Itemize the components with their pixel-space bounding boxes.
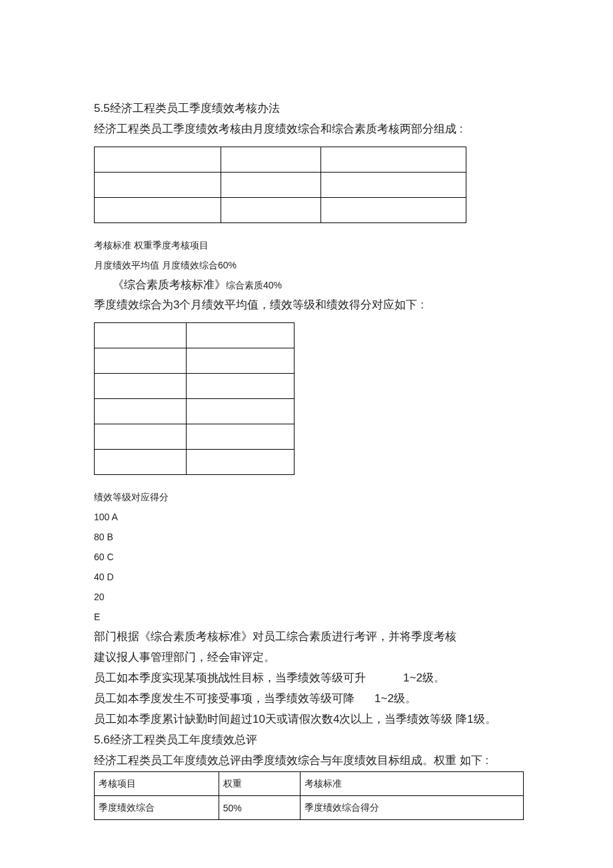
cell: [95, 323, 187, 348]
note-line-2: 月度绩效平均值 月度绩效综合60%: [94, 255, 523, 275]
body-p3a: 员工如本季度实现某项挑战性目标，当季绩效等级可升: [94, 671, 366, 684]
grade-line-6: E: [94, 607, 523, 627]
note-line-3: 《综合素质考核标准》综合素质40%: [94, 275, 523, 295]
cell: [221, 198, 321, 223]
table-row: [95, 348, 295, 374]
body-paragraph-3: 员工如本季度实现某项挑战性目标，当季绩效等级可升1~2级。: [94, 668, 523, 687]
annual-r1c3: 季度绩效综合得分: [301, 796, 524, 820]
note-line-3a: 《综合素质考核标准》: [113, 278, 226, 291]
table-row: 季度绩效综合 50% 季度绩效综合得分: [95, 796, 524, 820]
grade-intro: 季度绩效综合为3个月绩效平均值，绩效等级和绩效得分对应如下 :: [94, 295, 523, 314]
cell: [221, 173, 321, 198]
annual-table: 考核项目 权重 考核标准 季度绩效综合 50% 季度绩效综合得分: [94, 771, 524, 820]
grade-line-3: 60 C: [94, 547, 523, 567]
cell: [187, 424, 295, 450]
cell: [95, 424, 187, 450]
annual-h1: 考核项目: [95, 772, 219, 796]
section-5-5-heading: 5.5经济工程类员工季度绩效考核办法: [94, 99, 523, 118]
cell: [321, 173, 466, 198]
grade-title: 绩效等级对应得分: [94, 487, 523, 507]
annual-h2: 权重: [219, 772, 300, 796]
section-5-6-intro: 经济工程类员工年度绩效总评由季度绩效综合与年度绩效目标组成。权重 如下 :: [94, 751, 523, 770]
table-row: [95, 450, 295, 475]
table-row: [95, 147, 466, 173]
cell: [187, 399, 295, 424]
body-paragraph-5: 员工如本季度累计缺勤时间超过10天或请假次数4次以上，当季绩效等级 降1级。: [94, 709, 523, 729]
cell: [95, 173, 221, 198]
cell: [187, 374, 295, 399]
table-row: [95, 374, 295, 399]
table-row: [95, 173, 466, 198]
grade-line-1: 100 A: [94, 507, 523, 527]
empty-table-2: [94, 322, 295, 475]
cell: [321, 147, 466, 173]
body-p3b: 1~2级。: [403, 671, 445, 684]
body-p4b: 1~2级。: [374, 692, 416, 705]
cell: [95, 198, 221, 223]
empty-table-1: [94, 147, 466, 223]
annual-r1c2: 50%: [219, 796, 300, 820]
cell: [187, 348, 295, 374]
table-row: [95, 399, 295, 424]
body-paragraph-1: 部门根据《综合素质考核标准》对员工综合素质进行考评，并将季度考核: [94, 627, 523, 646]
section-5-6-heading: 5.6经济工程类员工年度绩效总评: [94, 730, 523, 749]
cell: [187, 323, 295, 348]
table-row: 考核项目 权重 考核标准: [95, 772, 524, 796]
grade-line-4: 40 D: [94, 567, 523, 587]
cell: [95, 147, 221, 173]
cell: [321, 198, 466, 223]
cell: [95, 399, 187, 424]
grade-line-2: 80 B: [94, 527, 523, 547]
table-row: [95, 198, 466, 223]
body-paragraph-2: 建议报人事管理部门，经会审评定。: [94, 648, 523, 667]
table-row: [95, 323, 295, 348]
body-p4a: 员工如本季度发生不可接受事项，当季绩效等级可降: [94, 692, 354, 705]
cell: [95, 450, 187, 475]
section-5-5-intro: 经济工程类员工季度绩效考核由月度绩效综合和综合素质考核两部分组成 :: [94, 119, 523, 139]
grade-line-5: 20: [94, 587, 523, 607]
cell: [95, 348, 187, 374]
body-paragraph-4: 员工如本季度发生不可接受事项，当季绩效等级可降1~2级。: [94, 689, 523, 708]
table-row: [95, 424, 295, 450]
annual-h3: 考核标准: [301, 772, 524, 796]
cell: [95, 374, 187, 399]
cell: [187, 450, 295, 475]
cell: [221, 147, 321, 173]
annual-r1c1: 季度绩效综合: [95, 796, 219, 820]
note-line-3b: 综合素质40%: [226, 280, 282, 290]
note-line-1: 考核标准 权重季度考核项目: [94, 235, 523, 255]
